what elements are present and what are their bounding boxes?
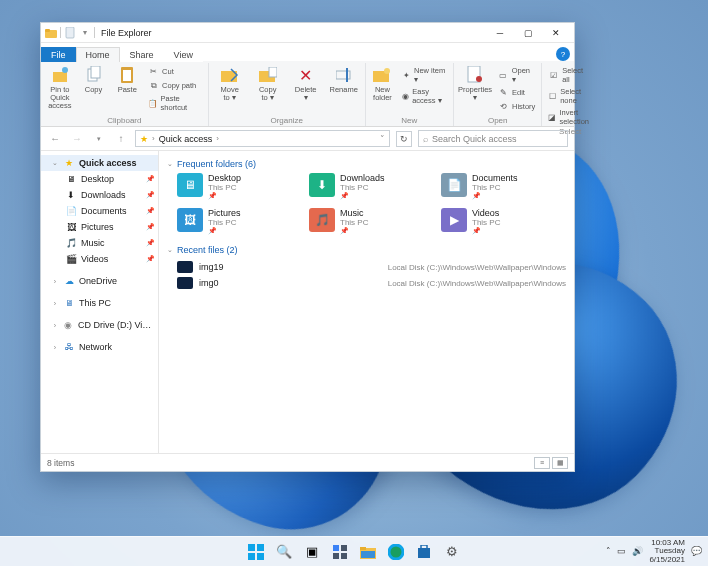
maximize-button[interactable]: ▢ xyxy=(514,23,542,43)
tree-item-desktop[interactable]: 🖥Desktop📌 xyxy=(41,171,158,187)
minimize-button[interactable]: ─ xyxy=(486,23,514,43)
icons-view-button[interactable]: ▦ xyxy=(552,457,568,469)
refresh-button[interactable]: ↻ xyxy=(396,131,412,147)
search-button[interactable]: 🔍 xyxy=(271,539,297,565)
qat-toggle-icon[interactable]: ▾ xyxy=(79,27,91,39)
new-folder-button[interactable]: New folder xyxy=(370,65,396,102)
tree-cd-drive[interactable]: ›◉CD Drive (D:) VirtualE xyxy=(41,317,158,333)
select-none-button[interactable]: ☐Select none xyxy=(546,86,594,106)
edit-icon: ✎ xyxy=(498,87,509,98)
tab-share[interactable]: Share xyxy=(120,47,164,62)
folder-desktop[interactable]: 🖥DesktopThis PC📌 xyxy=(177,173,297,200)
move-to-button[interactable]: Move to ▾ xyxy=(213,65,247,102)
edge-button[interactable] xyxy=(383,539,409,565)
tree-this-pc[interactable]: ›🖥This PC xyxy=(41,295,158,311)
tree-item-pictures[interactable]: 🖼Pictures📌 xyxy=(41,219,158,235)
up-button[interactable]: ↑ xyxy=(113,131,129,147)
new-item-button[interactable]: ✦New item ▾ xyxy=(399,65,449,85)
expand-icon[interactable]: › xyxy=(51,278,59,285)
folder-type-icon: 🖼 xyxy=(65,221,77,233)
navigation-pane[interactable]: ⌄ ★ Quick access 🖥Desktop📌⬇Downloads📌📄Do… xyxy=(41,151,159,453)
taskbar-pinned-apps: 🔍 ▣ ⚙ xyxy=(243,539,465,565)
network-tray-icon[interactable]: ▭ xyxy=(617,546,626,556)
star-icon: ★ xyxy=(63,157,75,169)
rename-button[interactable]: Rename xyxy=(327,65,361,94)
delete-button[interactable]: ✕Delete ▾ xyxy=(289,65,323,102)
search-input[interactable]: ⌕ Search Quick access xyxy=(418,130,568,147)
collapse-icon[interactable]: ⌄ xyxy=(167,246,173,254)
tree-quick-access[interactable]: ⌄ ★ Quick access xyxy=(41,155,158,171)
paste-button[interactable]: Paste xyxy=(112,65,142,94)
back-button[interactable]: ← xyxy=(47,131,63,147)
folder-music[interactable]: 🎵MusicThis PC📌 xyxy=(309,208,429,235)
collapse-icon[interactable]: ⌄ xyxy=(51,159,59,167)
paste-shortcut-button[interactable]: 📋Paste shortcut xyxy=(146,93,204,113)
widgets-button[interactable] xyxy=(327,539,353,565)
start-button[interactable] xyxy=(243,539,269,565)
titlebar[interactable]: ▾ File Explorer ─ ▢ ✕ xyxy=(41,23,574,43)
properties-button[interactable]: Properties ▾ xyxy=(458,65,492,102)
content-pane[interactable]: ⌄ Frequent folders (6) 🖥DesktopThis PC📌⬇… xyxy=(159,151,574,453)
recent-file-img19[interactable]: img19Local Disk (C:)\Windows\Web\Wallpap… xyxy=(177,259,566,275)
tree-item-videos[interactable]: 🎬Videos📌 xyxy=(41,251,158,267)
tab-file[interactable]: File xyxy=(41,47,76,62)
tree-network[interactable]: ›🖧Network xyxy=(41,339,158,355)
tab-view[interactable]: View xyxy=(164,47,203,62)
details-view-button[interactable]: ≡ xyxy=(534,457,550,469)
folder-type-icon: 🎬 xyxy=(65,253,77,265)
easy-access-button[interactable]: ◉Easy access ▾ xyxy=(399,86,449,106)
tree-item-downloads[interactable]: ⬇Downloads📌 xyxy=(41,187,158,203)
clock[interactable]: 10:03 AM Tuesday 6/15/2021 xyxy=(649,539,685,564)
copy-button[interactable]: Copy xyxy=(79,65,109,94)
folder-documents[interactable]: 📄DocumentsThis PC📌 xyxy=(441,173,561,200)
recent-path: Local Disk (C:)\Windows\Web\Wallpaper\Wi… xyxy=(388,263,566,272)
document-small-icon[interactable] xyxy=(64,27,76,39)
cut-button[interactable]: ✂Cut xyxy=(146,65,204,78)
recent-files-header[interactable]: ⌄ Recent files (2) xyxy=(167,245,566,255)
show-hidden-icons[interactable]: ˄ xyxy=(606,546,611,556)
store-button[interactable] xyxy=(411,539,437,565)
help-button[interactable]: ? xyxy=(556,47,570,61)
star-icon: ★ xyxy=(140,134,148,144)
copy-to-icon xyxy=(258,65,278,85)
chevron-down-icon[interactable]: ˅ xyxy=(380,134,385,144)
folder-icon: 🖥 xyxy=(177,173,203,197)
address-input[interactable]: ★ › Quick access › ˅ xyxy=(135,130,390,147)
folder-downloads[interactable]: ⬇DownloadsThis PC📌 xyxy=(309,173,429,200)
cut-icon: ✂ xyxy=(148,66,159,77)
history-button[interactable]: ⟲History xyxy=(496,100,537,113)
invert-selection-button[interactable]: ◪Invert selection xyxy=(546,107,594,127)
select-all-button[interactable]: ☑Select all xyxy=(546,65,594,85)
expand-icon[interactable]: › xyxy=(51,300,59,307)
task-view-button[interactable]: ▣ xyxy=(299,539,325,565)
forward-button[interactable]: → xyxy=(69,131,85,147)
tree-item-documents[interactable]: 📄Documents📌 xyxy=(41,203,158,219)
open-button[interactable]: ▭Open ▾ xyxy=(496,65,537,85)
settings-button[interactable]: ⚙ xyxy=(439,539,465,565)
volume-tray-icon[interactable]: 🔊 xyxy=(632,546,643,556)
notifications-button[interactable]: 💬 xyxy=(691,546,702,556)
close-button[interactable]: ✕ xyxy=(542,23,570,43)
folder-icon: 🎵 xyxy=(309,208,335,232)
folder-videos[interactable]: ▶VideosThis PC📌 xyxy=(441,208,561,235)
recent-file-img0[interactable]: img0Local Disk (C:)\Windows\Web\Wallpape… xyxy=(177,275,566,291)
edit-button[interactable]: ✎Edit xyxy=(496,86,537,99)
copy-path-button[interactable]: ⧉Copy path xyxy=(146,79,204,92)
tree-onedrive[interactable]: ›☁OneDrive xyxy=(41,273,158,289)
expand-icon[interactable]: › xyxy=(51,344,59,351)
frequent-folders-header[interactable]: ⌄ Frequent folders (6) xyxy=(167,159,566,169)
tree-item-music[interactable]: 🎵Music📌 xyxy=(41,235,158,251)
expand-icon[interactable]: › xyxy=(51,322,59,329)
breadcrumb-location[interactable]: Quick access xyxy=(159,134,213,144)
svg-rect-13 xyxy=(346,68,348,82)
pin-quick-access-button[interactable]: Pin to Quick access xyxy=(45,65,75,110)
file-explorer-button[interactable] xyxy=(355,539,381,565)
tab-home[interactable]: Home xyxy=(76,47,120,62)
system-tray[interactable]: ˄ ▭ 🔊 10:03 AM Tuesday 6/15/2021 💬 xyxy=(606,539,708,564)
collapse-icon[interactable]: ⌄ xyxy=(167,160,173,168)
folder-pictures[interactable]: 🖼PicturesThis PC📌 xyxy=(177,208,297,235)
copy-to-button[interactable]: Copy to ▾ xyxy=(251,65,285,102)
taskbar[interactable]: 🔍 ▣ ⚙ ˄ ▭ 🔊 10:03 AM Tuesday 6/15/2021 💬 xyxy=(0,536,708,566)
recent-locations-button[interactable]: ▾ xyxy=(91,131,107,147)
address-bar: ← → ▾ ↑ ★ › Quick access › ˅ ↻ ⌕ Search … xyxy=(41,127,574,151)
